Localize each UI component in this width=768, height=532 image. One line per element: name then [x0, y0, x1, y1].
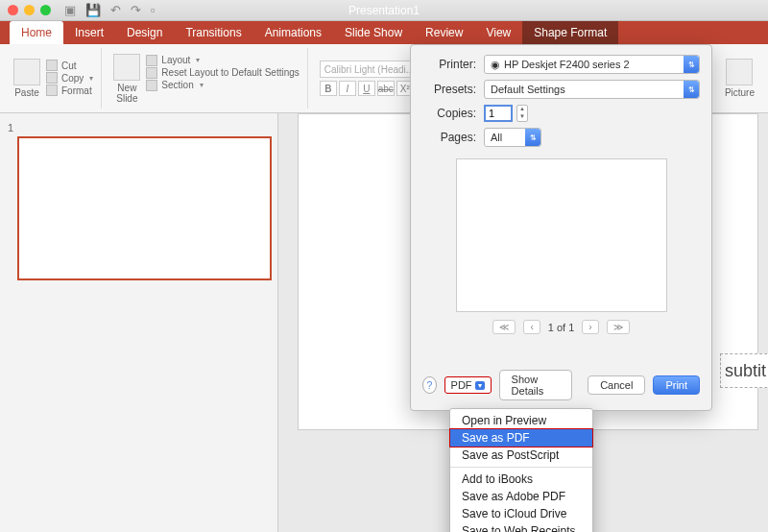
- clipboard-group: Paste Cut Copy▾ Format: [6, 48, 102, 109]
- cut-button[interactable]: Cut: [46, 60, 93, 71]
- zoom-window-button[interactable]: [40, 5, 51, 15]
- menu-open-in-preview[interactable]: Open in Preview: [450, 412, 592, 429]
- qat-new-icon[interactable]: ▫: [151, 3, 156, 17]
- picture-group: Picture: [717, 48, 762, 109]
- print-dialog: Printer: ◉ HP Deskjet F2400 series 2 ⇅ P…: [410, 44, 712, 411]
- copies-label: Copies:: [422, 107, 476, 120]
- print-button[interactable]: Print: [653, 375, 700, 395]
- menu-separator: [450, 467, 592, 468]
- slide-number: 1: [8, 122, 13, 133]
- pages-select[interactable]: All ⇅: [484, 128, 541, 147]
- first-page-button[interactable]: ≪: [492, 320, 516, 334]
- reset-layout-button[interactable]: Reset Layout to Default Settings: [146, 67, 299, 79]
- presets-select[interactable]: Default Settings ⇅: [484, 80, 700, 99]
- tab-review[interactable]: Review: [414, 21, 474, 44]
- tab-shape-format[interactable]: Shape Format: [522, 21, 618, 44]
- layout-icon: [146, 55, 157, 66]
- new-slide-button[interactable]: New Slide: [113, 54, 140, 104]
- pdf-dropdown-button[interactable]: PDF ▾: [444, 376, 492, 394]
- picture-button[interactable]: Picture: [725, 59, 755, 98]
- printer-value: HP Deskjet F2400 series 2: [504, 59, 630, 70]
- menu-save-to-web-receipts[interactable]: Save to Web Receipts: [450, 522, 592, 532]
- slides-group: New Slide Layout▾ Reset Layout to Defaul…: [106, 48, 307, 109]
- presets-value: Default Settings: [491, 84, 565, 95]
- window-titlebar: ▣ 💾 ↶ ↷ ▫ Presentation1: [0, 0, 768, 21]
- printer-status-icon: ◉: [491, 59, 500, 71]
- show-details-button[interactable]: Show Details: [499, 370, 573, 400]
- new-slide-icon: [113, 54, 140, 81]
- quick-access-toolbar: ▣ 💾 ↶ ↷ ▫: [64, 3, 156, 17]
- chevron-down-icon: ▾: [475, 381, 485, 390]
- chevron-updown-icon: ⇅: [684, 81, 699, 98]
- printer-label: Printer:: [422, 58, 476, 71]
- menu-save-as-pdf[interactable]: Save as PDF: [450, 429, 592, 447]
- chevron-updown-icon: ⇅: [684, 56, 699, 73]
- menu-save-as-postscript[interactable]: Save as PostScript: [450, 447, 592, 464]
- picture-icon: [726, 59, 753, 85]
- page-indicator: 1 of 1: [548, 322, 575, 333]
- section-icon: [146, 80, 157, 91]
- pdf-dropdown-menu: Open in Preview Save as PDF Save as Post…: [449, 408, 593, 532]
- cancel-button[interactable]: Cancel: [588, 375, 645, 395]
- close-window-button[interactable]: [8, 5, 18, 15]
- pages-value: All: [491, 132, 502, 143]
- prev-page-button[interactable]: ‹: [523, 320, 540, 334]
- format-painter-button[interactable]: Format: [46, 85, 93, 96]
- menu-save-as-adobe-pdf[interactable]: Save as Adobe PDF: [450, 488, 592, 505]
- copy-button[interactable]: Copy▾: [46, 72, 93, 84]
- qat-redo-icon[interactable]: ↷: [131, 3, 141, 17]
- ribbon-tabs: Home Insert Design Transitions Animation…: [0, 21, 768, 44]
- section-button[interactable]: Section▾: [146, 80, 299, 91]
- qat-presentation-icon[interactable]: ▣: [64, 3, 76, 17]
- copies-input[interactable]: [484, 105, 513, 122]
- tab-transitions[interactable]: Transitions: [174, 21, 252, 44]
- layout-button[interactable]: Layout▾: [146, 55, 299, 66]
- paste-label: Paste: [14, 87, 39, 98]
- next-page-button[interactable]: ›: [582, 320, 598, 334]
- reset-icon: [146, 67, 157, 79]
- tab-view[interactable]: View: [474, 21, 522, 44]
- chevron-updown-icon: ⇅: [525, 129, 540, 146]
- document-title: Presentation1: [348, 4, 420, 17]
- tab-animations[interactable]: Animations: [253, 21, 333, 44]
- minimize-window-button[interactable]: [24, 5, 35, 15]
- cut-icon: [46, 60, 58, 71]
- traffic-lights: [8, 5, 51, 15]
- italic-button[interactable]: I: [339, 81, 356, 96]
- page-navigator: ≪ ‹ 1 of 1 › ≫: [422, 320, 700, 334]
- tab-home[interactable]: Home: [10, 21, 63, 44]
- help-button[interactable]: ?: [422, 376, 437, 394]
- paste-button[interactable]: Paste: [13, 59, 40, 98]
- copies-stepper[interactable]: ▲▼: [516, 105, 528, 122]
- qat-save-icon[interactable]: 💾: [85, 3, 101, 17]
- picture-label: Picture: [725, 87, 755, 98]
- slide-thumbnail-pane: 1: [0, 113, 278, 532]
- underline-button[interactable]: U: [358, 81, 375, 96]
- tab-insert[interactable]: Insert: [63, 21, 115, 44]
- last-page-button[interactable]: ≫: [607, 320, 630, 334]
- print-preview: [456, 158, 667, 312]
- presets-label: Presets:: [422, 83, 476, 96]
- tab-slideshow[interactable]: Slide Show: [333, 21, 414, 44]
- copy-icon: [46, 72, 58, 84]
- bold-button[interactable]: B: [320, 81, 337, 96]
- slide-thumbnail-1[interactable]: [17, 136, 272, 280]
- new-slide-label: New Slide: [116, 83, 137, 104]
- tab-design[interactable]: Design: [115, 21, 174, 44]
- format-icon: [46, 85, 58, 96]
- strikethrough-button[interactable]: abc: [377, 81, 395, 96]
- pages-label: Pages:: [422, 131, 476, 144]
- subtitle-placeholder[interactable]: subtit: [720, 353, 768, 388]
- paste-icon: [13, 59, 40, 85]
- menu-save-to-icloud[interactable]: Save to iCloud Drive: [450, 505, 592, 522]
- printer-select[interactable]: ◉ HP Deskjet F2400 series 2 ⇅: [484, 55, 700, 74]
- pdf-label: PDF: [451, 379, 472, 391]
- menu-add-to-ibooks[interactable]: Add to iBooks: [450, 471, 592, 488]
- qat-undo-icon[interactable]: ↶: [110, 3, 121, 17]
